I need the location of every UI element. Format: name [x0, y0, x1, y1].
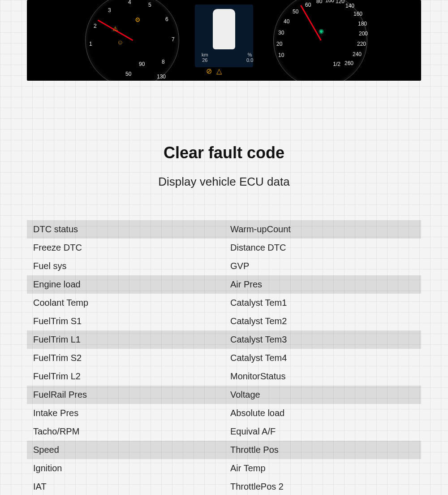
- tpms-warning-icon: ⚠: [112, 25, 118, 32]
- speed-tick: 80: [316, 0, 322, 4]
- ecu-item-left: IAT: [27, 478, 224, 495]
- speed-tick: 40: [284, 18, 289, 25]
- dashboard-image: 1 2 3 4 5 6 7 8 ⚙ ⚠ ☺ km 26 % 0.0 ⊘ △: [27, 0, 421, 81]
- trip-pct: % 0.0: [246, 52, 253, 63]
- ecu-item-right: Voltage: [224, 386, 421, 404]
- speed-tick: 200: [359, 30, 368, 37]
- car-top-icon: [213, 9, 235, 49]
- seatbelt-warning-icon: ☺: [117, 39, 123, 46]
- ecu-item-left: Ignition: [27, 459, 224, 478]
- speed-gauge: 10 20 30 40 50 60 80 100 120 140 160 180…: [273, 0, 367, 81]
- speed-tick: 160: [353, 11, 362, 17]
- ecu-item-left: DTC status: [27, 220, 224, 239]
- cruise-icon: ◉: [319, 27, 324, 35]
- ecu-item-left: Freeze DTC: [27, 239, 224, 257]
- ecu-item-right: GVP: [224, 257, 421, 275]
- trip-km-label: km: [202, 52, 208, 57]
- rpm-tick: 7: [172, 36, 175, 43]
- rpm-tick: 4: [128, 0, 131, 5]
- speed-tick: 180: [358, 21, 367, 27]
- speed-tick: 10: [278, 52, 284, 58]
- speed-tick: 120: [336, 0, 345, 4]
- ecu-item-left: FuelTrim L2: [27, 367, 224, 386]
- ecu-item-right: Catalyst Tem1: [224, 294, 421, 312]
- temp-tick: 90: [139, 61, 145, 67]
- ecu-item-right: Equival A/F: [224, 422, 421, 441]
- rpm-tick: 3: [108, 7, 111, 13]
- temp-tick: 130: [157, 74, 166, 80]
- ecu-item-left: FuelTrim S2: [27, 349, 224, 367]
- rpm-tick: 8: [162, 59, 165, 65]
- rpm-tick: 2: [94, 23, 97, 29]
- ecu-data-table: DTC statusFreeze DTCFuel sysEngine loadC…: [27, 220, 421, 495]
- ecu-item-right: Catalyst Tem3: [224, 330, 421, 349]
- rpm-tick: 1: [89, 41, 92, 47]
- ecu-item-right: Catalyst Tem4: [224, 349, 421, 367]
- page-title: Clear fault code: [0, 143, 448, 162]
- temp-tick: 50: [125, 71, 131, 77]
- speed-tick: 20: [276, 41, 282, 47]
- ecu-item-right: Catalyst Tem2: [224, 312, 421, 330]
- ecu-item-left: Fuel sys: [27, 257, 224, 275]
- ecu-item-right: Distance DTC: [224, 239, 421, 257]
- speed-tick: 100: [325, 0, 334, 4]
- page-subtitle: Display vehicle ECU data: [0, 175, 448, 189]
- ecu-item-left: Engine load: [27, 275, 224, 294]
- speed-tick: 50: [293, 9, 298, 15]
- ecu-item-left: Speed: [27, 441, 224, 459]
- ecu-item-left: Tacho/RPM: [27, 422, 224, 441]
- ecu-item-left: Intake Pres: [27, 404, 224, 422]
- rpm-tick: 5: [148, 2, 151, 8]
- trip-km-value: 26: [202, 57, 207, 63]
- trip-pct-value: 0.0: [246, 57, 253, 63]
- ecu-item-right: Throttle Pos: [224, 441, 421, 459]
- engine-warning-icon: ⚙: [135, 16, 141, 23]
- brake-warning-icon: ⊘: [206, 67, 212, 75]
- speed-tick: 30: [278, 30, 284, 36]
- ecu-item-right: Air Temp: [224, 459, 421, 478]
- ecu-item-left: Coolant Temp: [27, 294, 224, 312]
- speed-tick: 60: [305, 2, 311, 8]
- speed-tick: 260: [345, 60, 353, 66]
- speed-tick: 220: [357, 41, 366, 47]
- ecu-item-left: FuelTrim S1: [27, 312, 224, 330]
- fuel-tick: 1/2: [333, 61, 340, 67]
- ecu-item-right: Absolute load: [224, 404, 421, 422]
- speed-needle: [300, 5, 322, 40]
- speed-tick: 240: [353, 51, 362, 57]
- triangle-warning-icon: △: [216, 67, 222, 75]
- speed-tick: 140: [345, 3, 354, 9]
- trip-km: km 26: [202, 52, 208, 63]
- rpm-tick: 6: [165, 16, 168, 22]
- ecu-item-right: Warm-upCount: [224, 220, 421, 239]
- trip-pct-label: %: [248, 52, 252, 57]
- ecu-item-left: FuelTrim L1: [27, 330, 224, 349]
- ecu-item-right: MonitorStatus: [224, 367, 421, 386]
- warning-icons: ⊘ △: [206, 67, 222, 75]
- rpm-gauge: 1 2 3 4 5 6 7 8 ⚙ ⚠ ☺: [85, 0, 179, 81]
- ecu-item-right: ThrottlePos 2: [224, 478, 421, 495]
- ecu-item-right: Air Pres: [224, 275, 421, 294]
- ecu-item-left: FuelRail Pres: [27, 386, 224, 404]
